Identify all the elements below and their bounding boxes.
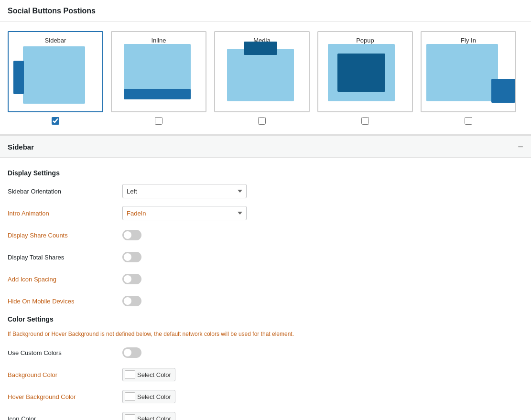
popup-illustration	[318, 32, 412, 111]
color-settings-title: Color Settings	[8, 315, 523, 323]
sidebar-section-body: Display Settings Sidebar Orientation Lef…	[0, 158, 531, 420]
share-counts-toggle[interactable]	[122, 230, 141, 240]
inline-bottom-bar	[124, 89, 191, 99]
share-counts-slider	[122, 230, 141, 240]
setting-row-total-shares: Display Total Shares	[8, 249, 523, 265]
setting-row-share-counts: Display Share Counts	[8, 227, 523, 243]
setting-label-hover-bg-color: Hover Background Color	[8, 393, 122, 400]
sidebar-illustration	[9, 32, 102, 111]
setting-label-bg-color: Background Color	[8, 371, 122, 378]
position-card-inline: Inline	[111, 31, 206, 125]
setting-row-animation: Intro Animation FadeIn FadeOut SlideIn	[8, 205, 523, 221]
total-shares-toggle[interactable]	[122, 252, 141, 262]
icon-color-button-label: Select Color	[137, 415, 171, 420]
positions-area: Sidebar Inline	[0, 22, 531, 136]
setting-row-icon-color: Icon Color Select Color	[8, 411, 523, 420]
display-settings-title: Display Settings	[8, 169, 523, 177]
media-bg-rect	[227, 49, 294, 101]
setting-label-icon-color: Icon Color	[8, 415, 122, 420]
page-title: Social Buttons Postions	[8, 7, 523, 15]
setting-row-hover-bg-color: Hover Background Color Select Color	[8, 389, 523, 404]
position-card-box-flyin[interactable]: Fly In	[421, 31, 516, 112]
color-settings-note: If Background or Hover Background is not…	[8, 330, 523, 338]
setting-row-custom-colors: Use Custom Colors	[8, 345, 523, 360]
sidebar-bg-rect	[23, 46, 85, 104]
popup-center-box	[337, 54, 385, 92]
custom-colors-toggle[interactable]	[122, 347, 141, 358]
flyin-bg-rect	[426, 44, 498, 101]
positions-grid: Sidebar Inline	[8, 31, 523, 125]
bg-color-button[interactable]: Select Color	[122, 368, 175, 381]
media-top-bar	[244, 42, 277, 55]
position-checkbox-area-sidebar[interactable]	[52, 117, 59, 125]
total-shares-slider	[122, 252, 141, 262]
setting-label-icon-spacing: Add Icon Spacing	[8, 276, 122, 283]
position-card-popup: Popup	[317, 31, 413, 125]
inline-illustration	[112, 32, 206, 111]
icon-color-swatch	[125, 414, 135, 420]
setting-label-share-counts: Display Share Counts	[8, 232, 122, 239]
hover-bg-color-swatch	[125, 392, 135, 401]
hide-mobile-slider	[122, 296, 141, 306]
bg-color-button-label: Select Color	[137, 371, 171, 378]
page-header: Social Buttons Postions	[0, 0, 531, 22]
flyin-illustration	[422, 32, 515, 111]
media-illustration	[215, 32, 309, 111]
position-checkbox-media[interactable]	[258, 117, 266, 125]
position-checkbox-sidebar[interactable]	[52, 117, 59, 125]
sidebar-section-header[interactable]: Sidebar −	[0, 136, 531, 158]
setting-row-hide-mobile: Hide On Mobile Devices	[8, 293, 523, 309]
sidebar-section-title: Sidebar	[8, 143, 34, 151]
position-checkbox-area-popup[interactable]	[361, 117, 369, 125]
position-card-sidebar: Sidebar	[8, 31, 103, 125]
sidebar-orientation-select[interactable]: Left Right	[122, 184, 247, 198]
icon-color-button[interactable]: Select Color	[122, 412, 175, 420]
position-checkbox-popup[interactable]	[361, 117, 369, 125]
setting-label-animation: Intro Animation	[8, 210, 122, 217]
position-card-box-sidebar[interactable]: Sidebar	[8, 31, 103, 112]
setting-label-custom-colors: Use Custom Colors	[8, 349, 122, 356]
setting-row-icon-spacing: Add Icon Spacing	[8, 271, 523, 287]
position-checkbox-area-inline[interactable]	[155, 117, 163, 125]
position-checkbox-area-flyin[interactable]	[465, 117, 472, 125]
setting-row-orientation: Sidebar Orientation Left Right	[8, 183, 523, 199]
position-checkbox-flyin[interactable]	[465, 117, 472, 125]
setting-label-total-shares: Display Total Shares	[8, 254, 122, 261]
position-card-box-popup[interactable]: Popup	[317, 31, 413, 112]
hover-bg-color-button[interactable]: Select Color	[122, 390, 175, 403]
position-card-box-inline[interactable]: Inline	[111, 31, 206, 112]
sidebar-section: Sidebar − Display Settings Sidebar Orien…	[0, 136, 531, 420]
collapse-icon: −	[518, 142, 523, 151]
setting-row-bg-color: Background Color Select Color	[8, 367, 523, 382]
sidebar-side-strip	[13, 61, 24, 94]
setting-label-orientation: Sidebar Orientation	[8, 188, 122, 195]
custom-colors-slider	[122, 347, 141, 358]
hover-bg-color-button-label: Select Color	[137, 393, 171, 400]
position-card-media: Media	[214, 31, 310, 125]
position-card-box-media[interactable]: Media	[214, 31, 310, 112]
flyin-corner-box	[491, 79, 515, 103]
position-card-flyin: Fly In	[421, 31, 516, 125]
hide-mobile-toggle[interactable]	[122, 296, 141, 306]
position-checkbox-area-media[interactable]	[258, 117, 266, 125]
icon-spacing-slider	[122, 274, 141, 284]
icon-spacing-toggle[interactable]	[122, 274, 141, 284]
setting-label-hide-mobile: Hide On Mobile Devices	[8, 298, 122, 305]
intro-animation-select[interactable]: FadeIn FadeOut SlideIn	[122, 206, 247, 220]
position-checkbox-inline[interactable]	[155, 117, 163, 125]
bg-color-swatch	[125, 370, 135, 379]
